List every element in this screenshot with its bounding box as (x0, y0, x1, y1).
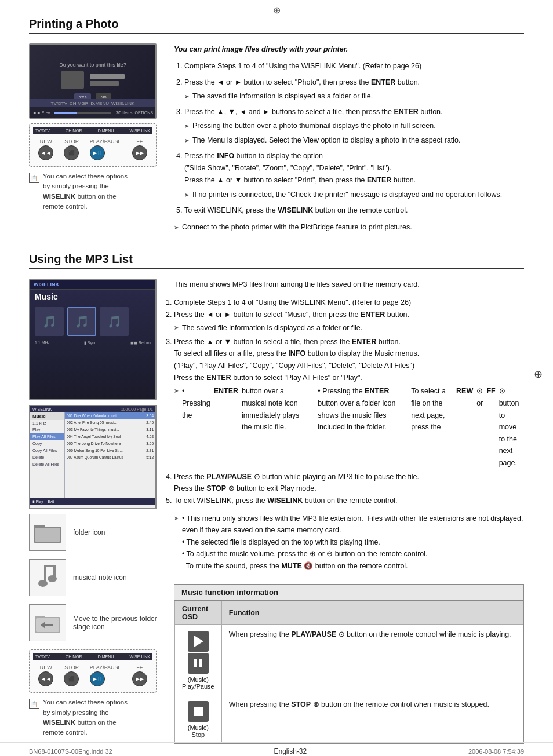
music-thumb-3: 🎵 (100, 307, 129, 336)
printing-section-header: Printing a Photo (29, 17, 524, 34)
note-icon-row: musical note icon (29, 559, 162, 596)
mp3-stop-label: STOP (64, 664, 79, 670)
printing-bold-intro: You can print image files directly with … (174, 43, 524, 56)
folder-icon-label: folder icon (73, 528, 105, 536)
remote-top-bar: TV/DTVCH.MGRD.MENUWISE.LINK (33, 127, 152, 134)
osd-play-pause-label: (Music) Play/Pause (182, 676, 214, 690)
mp3-ff-label: FF (132, 664, 147, 670)
mp3-content: WISELINK Music 🎵 🎵 🎵 1.1 MHz▮ Sync◼◼ Ret… (29, 279, 524, 743)
menu-delete-all: Delete All Files (30, 461, 64, 468)
prev-folder-icon-row: Move to the previous folder stage icon (29, 604, 162, 641)
music-list-footer: ▮ PlayExit (30, 498, 155, 505)
play-pause-button[interactable]: ▶⏸ (90, 145, 105, 160)
mp3-remote-top-bar: TV/DTVCH.MGRD.MENUWISE.LINK (33, 653, 152, 660)
svg-rect-12 (45, 624, 53, 626)
play-pause-label: PLAY/PAUSE (90, 138, 122, 144)
printing-step-3: Press the ▲, ▼, ◄ and ► buttons to selec… (184, 106, 524, 147)
page-footer: BN68-01007S-00Eng.indd 32 English-32 200… (0, 742, 553, 755)
printing-left-col: Do you want to print this file? Yes No (29, 43, 162, 235)
music-list-row-1: 001 Dua When Yolanda_musi...3:04 (65, 412, 155, 419)
printing-step-4: Press the INFO button to display the opt… (184, 150, 524, 201)
menu-copy-all: Copy All Files (30, 447, 64, 454)
music-function-row-play-pause: (Music) Play/Pause When pressing the PLA… (175, 624, 523, 695)
music-function-table-header-row: Current OSD Function (175, 601, 523, 624)
svg-point-6 (38, 580, 48, 587)
stop-button[interactable]: ⬛ (64, 145, 79, 160)
note-icon-label: musical note icon (73, 574, 127, 582)
mp3-rew-label: REW (38, 664, 53, 670)
menu-copy: Copy (30, 440, 64, 447)
mp3-step-3-note1: • Pressing the ENTER button over a music… (174, 385, 524, 469)
music-thumb-1: 🎵 (35, 307, 64, 336)
osd-stop-cell: (Music) Stop (175, 695, 222, 743)
mp3-play-pause-button[interactable]: ▶⏸ (90, 671, 105, 686)
printing-note-box: 📋 You can select these optionsby simply … (29, 171, 162, 211)
music-list-row-3: 003 My Favorite Things_musi...3:11 (65, 426, 155, 433)
mp3-instructions: This menu shows MP3 files from among the… (174, 279, 524, 572)
col-current-osd: Current OSD (175, 601, 222, 624)
printing-final-note: Connect to the photo printer with the Pi… (174, 221, 524, 233)
music-ui-mock: WISELINK Music 🎵 🎵 🎵 1.1 MHz▮ Sync◼◼ Ret… (29, 279, 157, 400)
mp3-right-col: This menu shows MP3 files from among the… (174, 279, 524, 743)
svg-rect-2 (35, 528, 60, 542)
printing-section: Printing a Photo Do you want to print th… (29, 17, 524, 235)
printing-title: Printing a Photo (29, 17, 118, 31)
crosshair-right-icon: ⊕ (534, 368, 543, 381)
note-icon: 📋 (29, 173, 39, 183)
mp3-notes-block: • This menu only shows files with the MP… (174, 513, 524, 572)
prev-folder-icon-box (29, 604, 66, 641)
svg-rect-3 (44, 565, 46, 581)
mp3-section: Using the MP3 List WISELINK Music 🎵 🎵 🎵 (29, 253, 524, 743)
mp3-note-text: You can select these optionsby simply pr… (43, 697, 128, 737)
music-function-row-stop: (Music) Stop When pressing the STOP ⊗ bu… (175, 695, 523, 743)
mp3-section-header: Using the MP3 List (29, 253, 524, 269)
svg-rect-5 (53, 565, 56, 576)
mp3-step-2: Press the ◄ or ► button to select "Music… (174, 309, 524, 334)
mp3-step-3: Press the ▲ or ▼ button to select a file… (174, 336, 524, 469)
ff-button[interactable]: ▶▶ (132, 145, 147, 160)
footer-page-number: English-32 (274, 747, 307, 755)
mp3-step-1: Complete Steps 1 to 4 of "Using the WISE… (174, 297, 524, 309)
footer-right-text: 2006-08-08 7:54:39 (468, 748, 524, 755)
music-function-header: Music function information (174, 585, 523, 601)
music-function-section: Music function information Current OSD F… (174, 584, 524, 744)
music-list-left-panel: Music 1.1 kHz Play Play All Files Copy C… (30, 412, 65, 498)
mp3-intro: This menu shows MP3 files from among the… (174, 279, 524, 291)
printing-remote-control: TV/DTVCH.MGRD.MENUWISE.LINK REW ◄◄ STOP … (29, 123, 157, 167)
tv-menu-bar: TV/DTVCH.MGRD.MENUWISE.LINK (30, 99, 155, 107)
menu-delete: Delete (30, 454, 64, 461)
mp3-step-5: To exit WISELINK, press the WISELINK but… (174, 495, 524, 507)
mp3-rew-button[interactable]: ◄◄ (38, 671, 53, 686)
rew-button[interactable]: ◄◄ (38, 145, 53, 160)
music-function-play-pause-text: When pressing the PLAY/PAUSE ⊙ button on… (221, 624, 523, 695)
music-thumb-2: 🎵 (67, 307, 96, 336)
printing-step-2: Press the ◄ or ► button to select "Photo… (184, 76, 524, 103)
mp3-stop-button[interactable]: ⬛ (64, 671, 79, 686)
ff-label: FF (132, 138, 147, 144)
svg-point-7 (48, 575, 57, 582)
folder-icon-box (29, 514, 66, 551)
printing-step-2-note: The saved file information is displayed … (184, 90, 524, 103)
printing-step-1: Complete Steps 1 to 4 of "Using the WISE… (184, 60, 524, 72)
remote-buttons-row: REW ◄◄ STOP ⬛ PLAY/PAUSE ▶⏸ FF (33, 136, 152, 163)
page-container: ⊕ ⊕ Printing a Photo Do you want to prin… (0, 0, 553, 756)
menu-play: Play (30, 426, 64, 433)
printing-content: Do you want to print this file? Yes No (29, 43, 524, 235)
printing-tv-screenshot: Do you want to print this file? Yes No (29, 43, 157, 119)
music-list-row-7: 007 Asum Quorum Cantus Laetus5:12 (65, 454, 155, 461)
mp3-remote-buttons-row: REW ◄◄ STOP ⬛ PLAY/PAUSE ▶⏸ FF (33, 662, 152, 689)
folder-icon-row: folder icon (29, 514, 162, 551)
mp3-remote-control: TV/DTVCH.MGRD.MENUWISE.LINK REW ◄◄ STOP … (29, 649, 157, 693)
osd-play-pause-cell: (Music) Play/Pause (175, 624, 222, 695)
music-list-left-title: Music (30, 412, 64, 420)
musical-note-svg (36, 564, 59, 591)
music-list-mock: WISELINK 100/100 Page 1/1 Music 1.1 kHz … (29, 405, 157, 509)
prev-folder-icon-svg (32, 610, 63, 636)
music-list-row-5: 005 The Long Drive To Nowhere3:55 (65, 440, 155, 447)
folder-icon-svg (34, 521, 61, 544)
mp3-note-icon: 📋 (29, 699, 39, 709)
music-function-table: Current OSD Function (174, 601, 523, 743)
mp3-ff-button[interactable]: ▶▶ (132, 671, 147, 686)
crosshair-top-icon: ⊕ (273, 5, 281, 16)
music-function-stop-text: When pressing the STOP ⊗ button on the r… (221, 695, 523, 743)
